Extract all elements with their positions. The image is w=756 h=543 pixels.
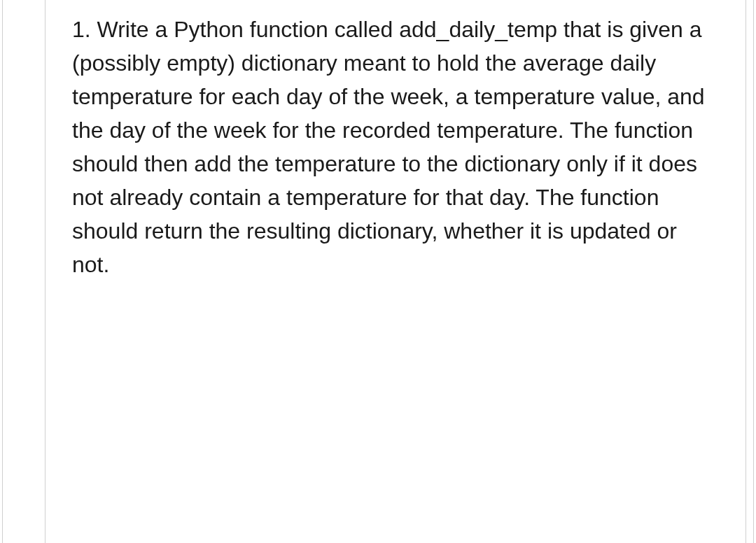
question-text: 1. Write a Python function called add_da… xyxy=(72,13,719,281)
table-border-right-outer xyxy=(753,0,754,543)
question-cell: 1. Write a Python function called add_da… xyxy=(46,0,746,543)
table-border-right-inner xyxy=(746,0,746,543)
table-border-left xyxy=(2,0,3,543)
